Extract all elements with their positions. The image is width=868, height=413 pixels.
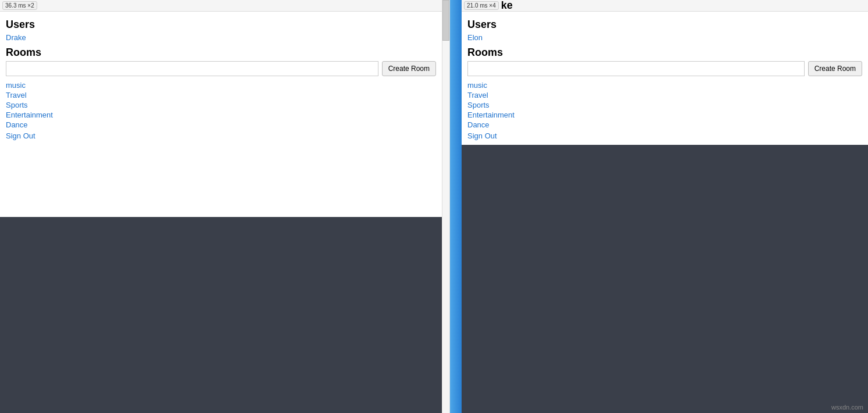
right-dark-area: wsxdn.com bbox=[462, 145, 868, 413]
left-room-music[interactable]: music bbox=[6, 81, 436, 90]
right-sign-out[interactable]: Sign Out bbox=[467, 131, 862, 140]
left-room-input[interactable] bbox=[6, 61, 378, 76]
left-create-room-row: Create Room bbox=[6, 61, 436, 76]
left-scrollbar[interactable] bbox=[442, 0, 450, 413]
left-room-travel[interactable]: Travel bbox=[6, 91, 436, 99]
left-debug-badge: 36.3 ms ×2 bbox=[2, 1, 37, 10]
right-panel: 21.0 ms ×4 ke Users Elon Rooms Create Ro… bbox=[462, 0, 868, 413]
left-room-sports[interactable]: Sports bbox=[6, 101, 436, 109]
left-panel: 36.3 ms ×2 Users Drake Rooms Create Room… bbox=[0, 0, 442, 413]
left-rooms-heading: Rooms bbox=[6, 47, 436, 59]
right-room-sports[interactable]: Sports bbox=[467, 101, 862, 109]
left-sign-out[interactable]: Sign Out bbox=[6, 131, 436, 140]
left-room-dance[interactable]: Dance bbox=[6, 120, 436, 129]
right-top-bar: 21.0 ms ×4 ke bbox=[462, 0, 868, 12]
right-room-music[interactable]: music bbox=[467, 81, 862, 90]
scrollbar-thumb[interactable] bbox=[442, 0, 449, 41]
left-content: Users Drake Rooms Create Room music Trav… bbox=[0, 12, 442, 217]
watermark: wsxdn.com bbox=[831, 404, 863, 411]
right-rooms-section: Rooms Create Room music Travel Sports En… bbox=[467, 47, 862, 140]
right-content: Users Elon Rooms Create Room music Trave… bbox=[462, 12, 868, 145]
left-top-bar: 36.3 ms ×2 bbox=[0, 0, 442, 12]
right-create-room-button[interactable]: Create Room bbox=[808, 61, 862, 76]
left-rooms-section: Rooms Create Room music Travel Sports En… bbox=[6, 47, 436, 140]
right-title-suffix: ke bbox=[501, 0, 513, 12]
right-debug-badge: 21.0 ms ×4 bbox=[464, 1, 499, 10]
divider-bar bbox=[450, 0, 462, 413]
left-room-entertainment[interactable]: Entertainment bbox=[6, 111, 436, 119]
right-users-heading: Users bbox=[467, 19, 862, 31]
right-room-input[interactable] bbox=[467, 61, 805, 76]
right-room-travel[interactable]: Travel bbox=[467, 91, 862, 99]
left-create-room-button[interactable]: Create Room bbox=[382, 61, 436, 76]
right-user-elon[interactable]: Elon bbox=[467, 33, 862, 42]
right-rooms-heading: Rooms bbox=[467, 47, 862, 59]
right-create-room-row: Create Room bbox=[467, 61, 862, 76]
right-room-entertainment[interactable]: Entertainment bbox=[467, 111, 862, 119]
left-users-heading: Users bbox=[6, 19, 436, 31]
left-dark-area bbox=[0, 217, 442, 413]
left-user-drake[interactable]: Drake bbox=[6, 33, 436, 42]
right-room-dance[interactable]: Dance bbox=[467, 120, 862, 129]
